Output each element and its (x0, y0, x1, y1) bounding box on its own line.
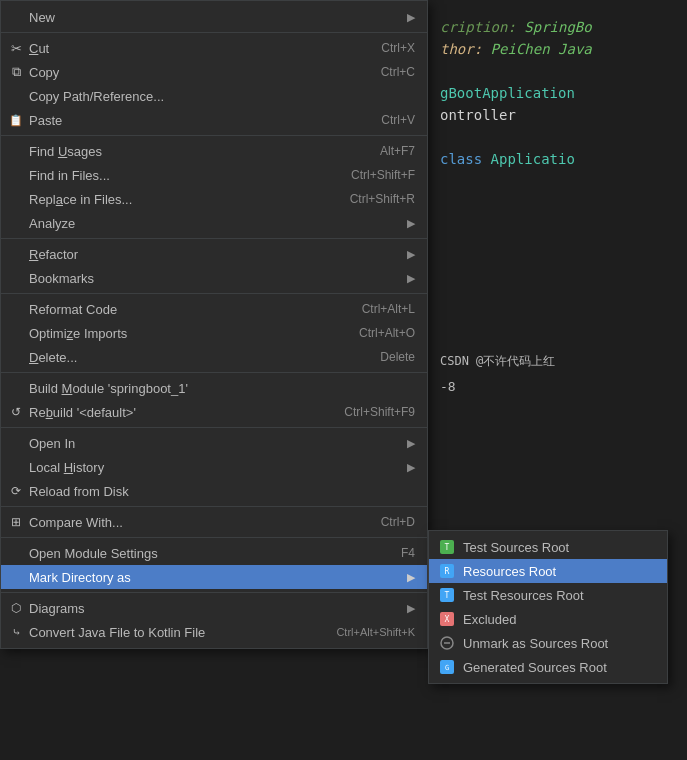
mark-dir-arrow: ▶ (407, 571, 415, 584)
menu-item-mark-directory[interactable]: Mark Directory as ▶ (1, 565, 427, 589)
submenu-item-excluded[interactable]: X Excluded (429, 607, 667, 631)
test-resources-root-icon: T (439, 587, 455, 603)
code-line-7: class Applicatio (440, 148, 677, 170)
menu-item-build-module[interactable]: Build Module 'springboot_1' (1, 376, 427, 400)
menu-item-copy-path[interactable]: Copy Path/Reference... (1, 84, 427, 108)
arrow-icon: ▶ (407, 11, 415, 24)
separator-1 (1, 32, 427, 33)
unmark-icon (439, 635, 455, 651)
svg-text:G: G (445, 664, 449, 672)
separator-3 (1, 238, 427, 239)
menu-item-bookmarks[interactable]: Bookmarks ▶ (1, 266, 427, 290)
menu-item-cut[interactable]: ✂ Cut Ctrl+X (1, 36, 427, 60)
menu-item-find-usages[interactable]: Find Usages Alt+F7 (1, 139, 427, 163)
svg-text:T: T (445, 591, 450, 600)
menu-item-new[interactable]: New ▶ (1, 5, 427, 29)
reload-icon: ⟳ (7, 484, 25, 498)
svg-text:T: T (445, 543, 450, 552)
resources-root-icon: R (439, 563, 455, 579)
code-line-1: cription: SpringBo (440, 16, 677, 38)
separator-6 (1, 427, 427, 428)
svg-text:R: R (445, 567, 450, 576)
test-sources-root-icon: T (439, 539, 455, 555)
menu-item-copy[interactable]: ⧉ Copy Ctrl+C (1, 60, 427, 84)
submenu-item-test-resources-root[interactable]: T Test Resources Root (429, 583, 667, 607)
bookmarks-arrow: ▶ (407, 272, 415, 285)
menu-item-open-module-settings[interactable]: Open Module Settings F4 (1, 541, 427, 565)
menu-item-local-history[interactable]: Local History ▶ (1, 455, 427, 479)
refactor-arrow: ▶ (407, 248, 415, 261)
submenu-item-resources-root[interactable]: R Resources Root (429, 559, 667, 583)
test-resources-root-label: Test Resources Root (463, 588, 584, 603)
separator-8 (1, 537, 427, 538)
separator-5 (1, 372, 427, 373)
diagrams-arrow: ▶ (407, 602, 415, 615)
code-line-2: thor: PeiChen Java (440, 38, 677, 60)
menu-item-paste[interactable]: 📋 Paste Ctrl+V (1, 108, 427, 132)
menu-item-optimize-imports[interactable]: Optimize Imports Ctrl+Alt+O (1, 321, 427, 345)
separator-2 (1, 135, 427, 136)
code-line-3 (440, 60, 677, 82)
resources-root-label: Resources Root (463, 564, 556, 579)
separator-9 (1, 592, 427, 593)
separator-7 (1, 506, 427, 507)
menu-item-delete[interactable]: Delete... Delete (1, 345, 427, 369)
code-line-4: gBootApplication (440, 82, 677, 104)
cut-icon: ✂ (7, 41, 25, 56)
menu-item-diagrams[interactable]: ⬡ Diagrams ▶ (1, 596, 427, 620)
local-history-arrow: ▶ (407, 461, 415, 474)
test-sources-root-label: Test Sources Root (463, 540, 569, 555)
menu-item-reload[interactable]: ⟳ Reload from Disk (1, 479, 427, 503)
menu-item-compare[interactable]: ⊞ Compare With... Ctrl+D (1, 510, 427, 534)
submenu-item-generated-sources-root[interactable]: G Generated Sources Root (429, 655, 667, 679)
generated-sources-root-icon: G (439, 659, 455, 675)
excluded-icon: X (439, 611, 455, 627)
unmark-label: Unmark as Sources Root (463, 636, 608, 651)
code-line-5: ontroller (440, 104, 677, 126)
csdn-credit: CSDN @不许代码上红 (440, 350, 677, 372)
mark-directory-submenu: T Test Sources Root R Resources Root T T… (428, 530, 668, 684)
menu-item-convert-java[interactable]: ⤷ Convert Java File to Kotlin File Ctrl+… (1, 620, 427, 644)
submenu-item-unmark[interactable]: Unmark as Sources Root (429, 631, 667, 655)
submenu-item-test-sources-root[interactable]: T Test Sources Root (429, 535, 667, 559)
minus-8: -8 (440, 376, 677, 398)
menu-item-open-in[interactable]: Open In ▶ (1, 431, 427, 455)
compare-icon: ⊞ (7, 515, 25, 529)
diagrams-icon: ⬡ (7, 601, 25, 615)
generated-sources-root-label: Generated Sources Root (463, 660, 607, 675)
convert-icon: ⤷ (7, 626, 25, 639)
excluded-label: Excluded (463, 612, 516, 627)
paste-icon: 📋 (7, 114, 25, 127)
menu-item-refactor[interactable]: Refactor ▶ (1, 242, 427, 266)
analyze-arrow: ▶ (407, 217, 415, 230)
rebuild-icon: ↺ (7, 405, 25, 419)
menu-item-analyze[interactable]: Analyze ▶ (1, 211, 427, 235)
menu-item-reformat[interactable]: Reformat Code Ctrl+Alt+L (1, 297, 427, 321)
context-menu: New ▶ ✂ Cut Ctrl+X ⧉ Copy Ctrl+C Copy Pa… (0, 0, 428, 649)
open-in-arrow: ▶ (407, 437, 415, 450)
copy-icon: ⧉ (7, 64, 25, 80)
menu-item-find-in-files[interactable]: Find in Files... Ctrl+Shift+F (1, 163, 427, 187)
menu-item-rebuild[interactable]: ↺ Rebuild '<default>' Ctrl+Shift+F9 (1, 400, 427, 424)
separator-4 (1, 293, 427, 294)
svg-text:X: X (445, 615, 450, 624)
menu-item-replace-in-files[interactable]: Replace in Files... Ctrl+Shift+R (1, 187, 427, 211)
code-line-6 (440, 126, 677, 148)
